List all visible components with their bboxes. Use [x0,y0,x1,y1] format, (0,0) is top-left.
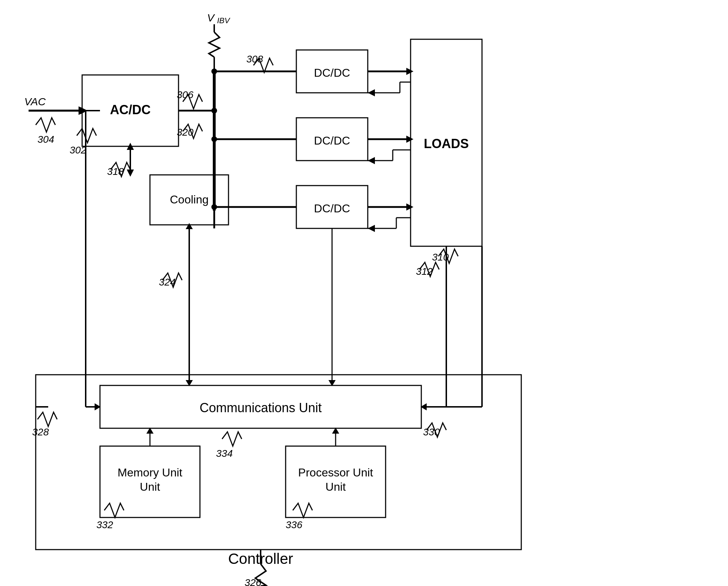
vibv-sub: IBV [217,16,231,25]
loads-label: LOADS [424,136,469,151]
cooling-label: Cooling [170,193,209,206]
processor-unit-label: Processor Unit [298,466,373,479]
vibv-label: V [207,12,215,24]
ref-332: 332 [96,519,113,530]
memory-unit-label: Memory Unit [117,466,182,479]
dcdc1-label: DC/DC [314,66,350,79]
ref-304: 304 [37,134,54,145]
ref-328: 328 [32,426,49,438]
ref-334: 334 [216,448,233,459]
memory-unit-label2: Unit [140,480,160,493]
processor-unit-label2: Unit [326,480,346,493]
svg-point-22 [211,108,217,113]
vac-label: VAC [24,96,46,107]
acdc-label: AC/DC [110,102,151,117]
ref-302: 302 [70,145,86,156]
dcdc3-label: DC/DC [314,202,350,215]
ref-326: 326 [245,577,261,586]
communications-unit-label: Communications Unit [200,400,322,415]
ref-336: 336 [286,519,302,530]
dcdc2-label: DC/DC [314,134,350,147]
